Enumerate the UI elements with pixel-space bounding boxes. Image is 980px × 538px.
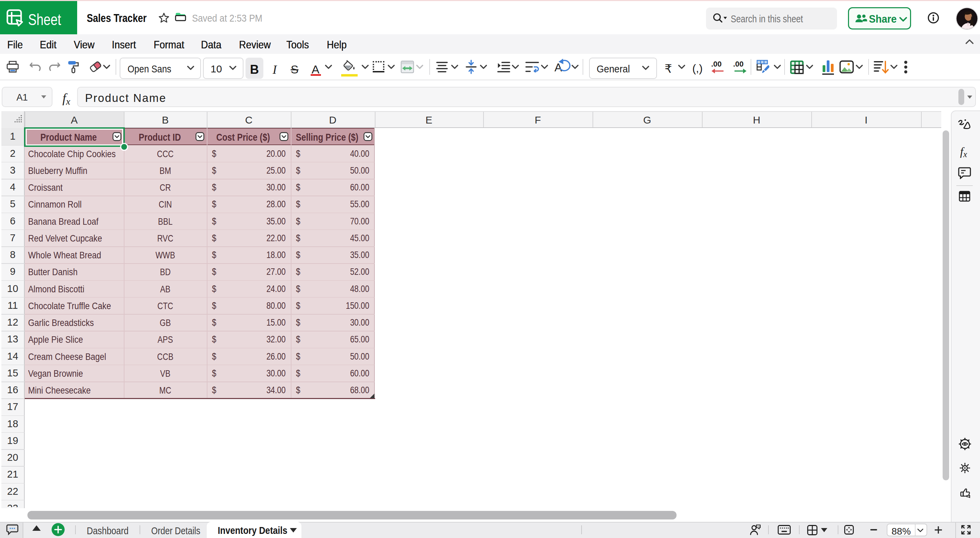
svg-text:.00: .00 [733, 61, 744, 68]
svg-text:.00: .00 [711, 61, 722, 68]
